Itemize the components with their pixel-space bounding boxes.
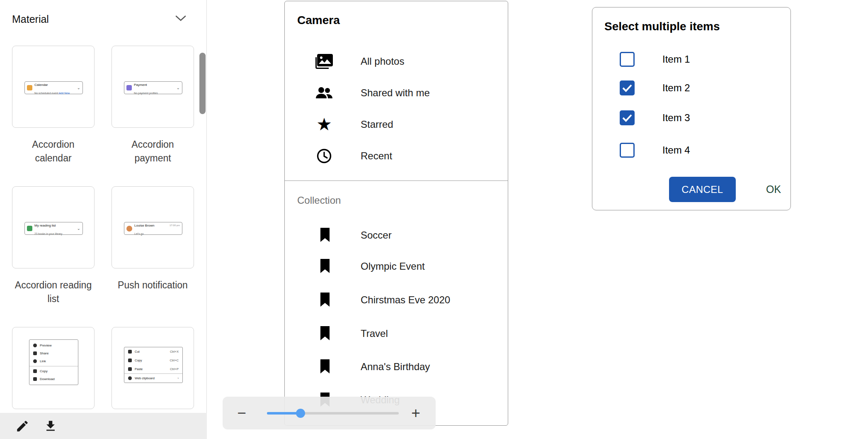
clock-icon — [314, 144, 334, 168]
payment-accordion-thumbnail: Payment No payment profiles ⌄ — [124, 81, 182, 94]
collection-item-annas-birthday[interactable]: Anna's Birthday — [285, 357, 508, 377]
collection-item-label: Soccer — [361, 225, 392, 245]
option-row-item-1: Item 1 — [620, 50, 690, 68]
collection-item-label: Chirstmas Eve 2020 — [361, 290, 450, 310]
card-accordion-reading-list[interactable]: My reading list 23 books in your library… — [12, 186, 95, 268]
option-label: Item 2 — [662, 82, 690, 94]
scissors-icon — [128, 350, 132, 354]
option-label: Item 4 — [662, 144, 690, 156]
dialog-title: Select multiple items — [604, 20, 720, 33]
share-icon — [33, 351, 37, 355]
download-icon — [44, 419, 58, 433]
menu-item-starred[interactable]: ★ Starred — [285, 113, 508, 136]
calendar-accordion-thumbnail: Calendar No scheduled event Add New ⌄ — [24, 81, 83, 94]
thumb-title: Louise Brown — [134, 224, 154, 227]
paste-icon — [128, 367, 132, 371]
collection-item-soccer[interactable]: Soccer — [285, 225, 508, 245]
collection-item-travel[interactable]: Travel — [285, 324, 508, 344]
zoom-control-bar: − + — [223, 397, 436, 429]
star-icon: ★ — [314, 113, 334, 136]
component-card-grid: Calendar No scheduled event Add New ⌄ Ac… — [12, 46, 194, 439]
bookmark-icon — [320, 259, 330, 276]
bookmark-icon — [320, 326, 330, 343]
sidebar-footer-toolbar — [0, 413, 207, 439]
checkbox-item-3[interactable] — [620, 110, 635, 125]
card-label: Push notification — [112, 278, 194, 292]
reading-list-accordion-thumbnail: My reading list 23 books in your library… — [24, 222, 83, 235]
card-cell: Louise Brown Let's go 17:00 pm Push noti… — [112, 186, 194, 327]
option-row-item-2: Item 2 — [620, 79, 690, 97]
cancel-button[interactable]: CANCEL — [669, 177, 736, 202]
thumb-title: My reading list — [34, 224, 56, 227]
collection-item-chirstmas-eve-2020[interactable]: Chirstmas Eve 2020 — [285, 290, 508, 310]
card-cell: Calendar No scheduled event Add New ⌄ Ac… — [12, 46, 95, 186]
menu-item-label: Shared with me — [361, 81, 430, 105]
menu-item-recent[interactable]: Recent — [285, 144, 508, 168]
collection-item-label: Anna's Birthday — [361, 357, 430, 377]
ok-button[interactable]: OK — [751, 177, 796, 202]
share-menu-thumbnail: Preview Share Link Copy Download — [29, 339, 78, 385]
zoom-in-button[interactable]: + — [407, 397, 425, 429]
chevron-down-icon: ⌄ — [177, 86, 180, 90]
option-label: Item 3 — [662, 112, 690, 124]
bookmark-icon — [320, 359, 330, 376]
material-section-title: Material — [12, 13, 49, 25]
menu-item-shared-with-me[interactable]: Shared with me — [285, 81, 508, 105]
notification-time: 17:00 pm — [170, 224, 180, 227]
collection-section-label: Collection — [297, 195, 341, 206]
copy-icon — [128, 359, 132, 362]
card-label: Accordion payment — [112, 138, 194, 165]
panel-title: Camera — [297, 14, 340, 27]
chevron-down-icon: ⌄ — [77, 86, 80, 90]
calendar-icon — [27, 85, 32, 90]
zoom-slider-fill — [267, 412, 301, 415]
context-menu-thumbnail: CutCtrl+X CopyCtrl+C PasteCtrl+P Web cli… — [124, 347, 183, 383]
zoom-slider[interactable] — [267, 412, 399, 415]
card-push-notification[interactable]: Louise Brown Let's go 17:00 pm — [112, 186, 194, 268]
thumb-title: Calendar — [34, 83, 48, 87]
checkbox-item-1[interactable] — [620, 52, 635, 67]
checkbox-item-2[interactable] — [620, 80, 635, 95]
card-context-menu[interactable]: CutCtrl+X CopyCtrl+C PasteCtrl+P Web cli… — [112, 327, 194, 409]
cloud-icon — [128, 376, 132, 380]
divider — [285, 180, 508, 181]
card-share-menu[interactable]: Preview Share Link Copy Download — [12, 327, 95, 409]
collection-item-label: Olympic Event — [361, 256, 425, 276]
push-notification-thumbnail: Louise Brown Let's go 17:00 pm — [124, 222, 182, 235]
photos-icon — [314, 50, 334, 73]
pencil-icon — [15, 419, 29, 433]
component-library-sidebar: Material Calendar No scheduled event Add… — [0, 0, 207, 439]
card-label: Accordion reading list — [12, 278, 95, 306]
zoom-out-button[interactable]: − — [233, 397, 251, 429]
collection-item-label: Travel — [361, 324, 388, 344]
download-icon — [33, 377, 37, 381]
zoom-slider-handle[interactable] — [296, 409, 305, 418]
option-row-item-3: Item 3 — [620, 109, 690, 127]
chevron-down-icon[interactable] — [175, 15, 186, 23]
people-icon — [314, 81, 334, 105]
avatar — [126, 226, 132, 232]
link-icon — [33, 359, 37, 363]
card-accordion-calendar[interactable]: Calendar No scheduled event Add New ⌄ — [12, 46, 95, 128]
edit-button[interactable] — [13, 417, 32, 435]
menu-item-label: All photos — [361, 50, 404, 73]
thumb-title: Payment — [134, 83, 147, 87]
option-row-item-4: Item 4 — [620, 141, 690, 159]
card-cell: My reading list 23 books in your library… — [12, 186, 95, 327]
divider — [29, 366, 78, 366]
checkbox-item-4[interactable] — [620, 143, 635, 158]
eye-icon — [33, 344, 37, 347]
card-accordion-payment[interactable]: Payment No payment profiles ⌄ — [112, 46, 194, 128]
bookmark-icon — [320, 293, 330, 309]
book-icon — [27, 226, 32, 231]
material-section-header[interactable]: Material — [12, 13, 186, 25]
collection-item-olympic-event[interactable]: Olympic Event — [285, 256, 508, 276]
card-cell: Payment No payment profiles ⌄ Accordion … — [112, 46, 194, 186]
menu-item-all-photos[interactable]: All photos — [285, 50, 508, 73]
bookmark-icon — [320, 228, 330, 244]
copy-icon — [33, 369, 37, 373]
payment-icon — [126, 85, 132, 90]
download-button[interactable] — [41, 417, 60, 435]
sidebar-scrollbar-thumb[interactable] — [199, 53, 206, 114]
card-label: Accordion calendar — [12, 138, 95, 165]
